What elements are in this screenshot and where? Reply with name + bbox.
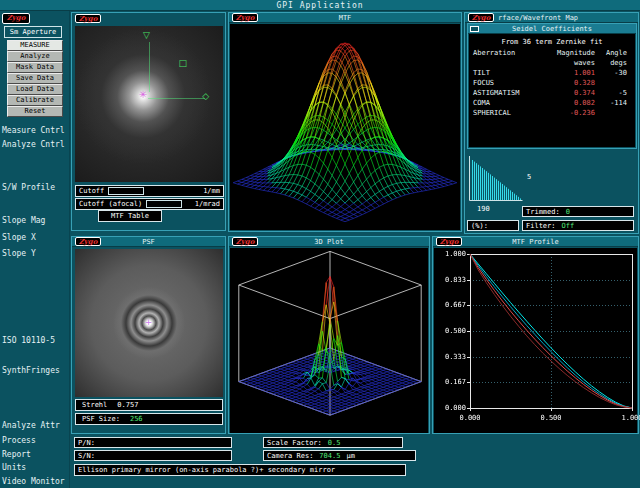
seidel-cell	[595, 78, 627, 88]
square-marker-icon: □	[179, 59, 188, 68]
camera-res-unit: µm	[346, 452, 354, 460]
app-titlebar: GPI Application	[0, 0, 640, 11]
sidebar-item-s-w-profile[interactable]: S/W Profile	[2, 183, 55, 192]
cutoff-afocal-unit: 1/mrad	[195, 200, 220, 208]
seidel-table: From 36 term Zernike fit Aberration Magn…	[469, 34, 635, 147]
percent-field[interactable]: (%):	[467, 220, 519, 231]
trimmed-field[interactable]: Trimmed: 0	[522, 206, 634, 217]
trimmed-label: Trimmed:	[526, 208, 560, 216]
scale-factor-value: 0.5	[328, 439, 341, 447]
seidel-titlebar[interactable]: Seidel Coefficients	[468, 24, 636, 34]
x-axis-tick-label: 0.500	[534, 414, 568, 422]
strehl-value: 0.757	[117, 401, 138, 409]
plot3d-title: 3D Plot	[314, 238, 344, 246]
col-magnitude: Magnitude	[549, 48, 595, 58]
y-axis-tick-label: 1.000	[436, 250, 466, 258]
sidebar-button-calibrate[interactable]: Calibrate	[7, 95, 63, 106]
psf-title: PSF	[142, 238, 155, 246]
sidebar-item-iso-10110-5[interactable]: ISO 10110-5	[2, 336, 55, 345]
y-axis-tick-label: 0.000	[436, 404, 466, 412]
percent-label: (%):	[471, 222, 488, 230]
alignment-line-horizontal	[148, 98, 206, 99]
sidebar-item-measure-cntrl[interactable]: Measure Cntrl	[2, 126, 65, 135]
description-field[interactable]: Ellison primary mirror (on-axis parabola…	[74, 464, 406, 476]
seidel-cell: FOCUS	[473, 78, 549, 88]
seidel-subtitle: From 36 term Zernike fit	[473, 36, 631, 48]
seidel-cell: 1.001	[549, 68, 595, 78]
psf-size-field: PSF Size: 256	[75, 413, 223, 425]
surface-window-title: rface/Wavefront Map	[498, 14, 578, 22]
seidel-cell: 0.328	[549, 78, 595, 88]
plot3d-titlebar[interactable]: Zygo 3D Plot	[229, 237, 429, 247]
surface-window-titlebar[interactable]: Zygo rface/Wavefront Map	[465, 13, 638, 23]
zygo-logo-text: Zygo	[7, 13, 26, 22]
col-angle-unit: degs	[595, 58, 627, 68]
mtf-profile-titlebar[interactable]: Zygo MTF Profile	[433, 237, 638, 247]
window-menu-icon[interactable]	[470, 26, 479, 32]
mtf-profile-plot-area: 1.0000.8330.6670.5000.3330.1670.0000.000…	[434, 248, 637, 433]
filter-field[interactable]: Filter: Off	[522, 220, 634, 231]
sidebar-button-reset[interactable]: Reset	[7, 106, 63, 117]
mtf-plot-area	[230, 24, 460, 230]
zygo-logo-text: Zygo	[79, 237, 98, 246]
sidebar-item-slope-mag[interactable]: Slope Mag	[2, 216, 45, 225]
sidebar-item-synthfringes[interactable]: SynthFringes	[2, 366, 60, 375]
sidebar-item-report[interactable]: Report	[2, 450, 31, 459]
seidel-row-astigmatism: ASTIGMATISM0.374-5	[473, 88, 631, 98]
sidebar-item-units[interactable]: Units	[2, 463, 26, 472]
camera-window: Zygo ▽ □ ◇ ✳ Cutoff 1/mm Cutoff (afocal)…	[71, 12, 226, 231]
zygo-logo: Zygo	[232, 13, 258, 22]
scale-factor-label: Scale Factor:	[267, 439, 322, 447]
cutoff-unit: 1/mm	[203, 187, 220, 195]
serial-number-field[interactable]: S/N:	[74, 450, 232, 461]
mtf-window: Zygo MTF	[228, 12, 462, 232]
cutoff-afocal-row: Cutoff (afocal) 1/mrad	[75, 198, 224, 210]
sidebar-item-video-monitor[interactable]: Video Monitor	[2, 477, 65, 486]
mtf-window-titlebar[interactable]: Zygo MTF	[229, 13, 461, 23]
camera-image: ▽ □ ◇ ✳	[75, 26, 223, 182]
zygo-logo: Zygo	[75, 237, 101, 246]
sidebar-item-analyze-cntrl[interactable]: Analyze Cntrl	[2, 140, 65, 149]
zygo-logo-text: Zygo	[236, 237, 255, 246]
seidel-title: Seidel Coefficients	[512, 25, 592, 33]
seidel-row-coma: COMA0.082-114	[473, 98, 631, 108]
sidebar-button-analyze[interactable]: Analyze	[7, 51, 63, 62]
camera-res-label: Camera Res:	[267, 452, 313, 460]
scale-factor-field[interactable]: Scale Factor: 0.5	[263, 437, 403, 448]
seidel-row-spherical: SPHERICAL-0.236	[473, 108, 631, 118]
seidel-cell: -30	[595, 68, 627, 78]
sidebar-item-slope-x[interactable]: Slope X	[2, 233, 36, 242]
seidel-cell: -0.236	[549, 108, 595, 118]
sidebar-button-load-data[interactable]: Load Data	[7, 84, 63, 95]
aperture-button[interactable]: Sm Aperture	[4, 26, 62, 38]
app-title: GPI Application	[276, 1, 363, 10]
mtf-window-title: MTF	[339, 14, 352, 22]
seidel-cell: COMA	[473, 98, 549, 108]
filter-label: Filter:	[526, 222, 556, 230]
cutoff-row: Cutoff 1/mm	[75, 185, 224, 197]
sidebar-button-mask-data[interactable]: Mask Data	[7, 62, 63, 73]
psf-window: Zygo PSF + Strehl 0.757 PSF Size: 256	[71, 236, 226, 434]
sidebar-item-slope-y[interactable]: Slope Y	[2, 249, 36, 258]
mtf-table-button[interactable]: MTF Table	[98, 210, 162, 222]
col-aberration: Aberration	[473, 48, 549, 58]
y-axis-tick-label: 0.667	[436, 301, 466, 309]
psf-image: +	[75, 249, 223, 397]
mtf-profile-title: MTF Profile	[512, 238, 558, 246]
part-number-field[interactable]: P/N:	[74, 437, 232, 448]
cutoff-input[interactable]	[108, 187, 144, 195]
psf-titlebar[interactable]: Zygo PSF	[72, 237, 225, 247]
screen: GPI Application Zygo Sm Aperture MEASURE…	[0, 0, 640, 488]
psf-center-marker-icon: +	[144, 318, 153, 327]
zygo-logo: Zygo	[2, 13, 30, 24]
sidebar-item-analyze-attr[interactable]: Analyze Attr	[2, 421, 60, 430]
sidebar: Zygo Sm Aperture MEASUREAnalyzeMask Data…	[0, 11, 70, 488]
psf-size-label: PSF Size:	[82, 415, 120, 423]
cutoff-afocal-input[interactable]	[146, 200, 182, 208]
sidebar-button-save-data[interactable]: Save Data	[7, 73, 63, 84]
sidebar-button-measure[interactable]: MEASURE	[7, 40, 63, 51]
y-axis-tick-label: 0.167	[436, 378, 466, 386]
sidebar-item-process[interactable]: Process	[2, 436, 36, 445]
zygo-logo-text: Zygo	[79, 14, 98, 23]
camera-res-field[interactable]: Camera Res: 704.5 µm	[263, 450, 416, 461]
